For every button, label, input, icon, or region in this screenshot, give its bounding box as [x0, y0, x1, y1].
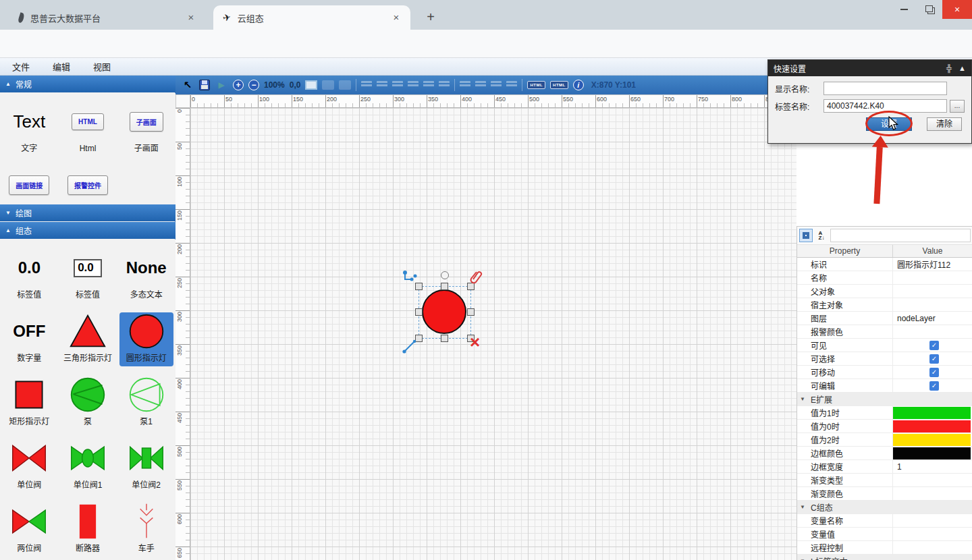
tab-close-icon[interactable]: × — [390, 11, 402, 24]
property-row-变量值[interactable]: 变量值 — [797, 528, 972, 541]
property-value[interactable]: 1 — [893, 460, 972, 473]
property-row-宿主对象[interactable]: 宿主对象 — [797, 298, 972, 312]
property-row-标识[interactable]: 标识圆形指示灯112 — [797, 258, 972, 271]
property-value[interactable]: 圆形指示灯112 — [893, 258, 972, 271]
value-column-header[interactable]: Value — [893, 245, 972, 257]
paste-icon[interactable] — [339, 80, 351, 90]
run-icon[interactable]: ▶ — [215, 78, 228, 92]
component-item-triangle-light[interactable]: 三角形指示灯 — [61, 312, 115, 366]
property-value[interactable]: ✓ — [893, 366, 972, 379]
checkbox-checked[interactable]: ✓ — [929, 341, 939, 350]
dialog-title-bar[interactable]: 快速设置 ╬ ▲ — [768, 60, 971, 76]
minimize-button[interactable] — [891, 0, 917, 19]
property-value[interactable] — [893, 447, 972, 459]
delete-icon[interactable] — [470, 335, 480, 349]
attach-paperclip-icon[interactable] — [469, 270, 484, 285]
component-item-pump[interactable]: 泵 — [61, 376, 115, 430]
component-item-Html[interactable]: HTMLHtml — [61, 103, 115, 157]
checkbox-checked[interactable]: ✓ — [929, 381, 939, 391]
design-canvas[interactable] — [190, 108, 796, 560]
align-top-icon[interactable] — [408, 81, 418, 89]
property-row-值为2时[interactable]: 值为2时 — [797, 433, 972, 447]
same-width-icon[interactable] — [475, 81, 486, 89]
align-bottom-icon[interactable] — [439, 81, 450, 89]
close-button[interactable]: × — [942, 0, 972, 19]
rotate-handle[interactable] — [441, 271, 449, 279]
copy-icon[interactable] — [322, 80, 334, 90]
property-row-渐变类型[interactable]: 渐变类型 — [797, 474, 972, 487]
section-scada[interactable]: ▲ 组态 — [0, 222, 176, 239]
property-value[interactable] — [893, 487, 972, 500]
browse-tags-button[interactable]: ... — [950, 100, 965, 113]
component-item-数字量[interactable]: OFF数字量 — [2, 312, 56, 366]
property-row-报警颜色[interactable]: 报警颜色 — [797, 325, 972, 339]
component-item-breaker[interactable]: 断路器 — [61, 503, 115, 557]
property-value[interactable] — [893, 271, 972, 284]
html-preview-icon[interactable]: HTML — [550, 81, 568, 89]
zoom-in-icon[interactable]: + — [233, 80, 244, 90]
component-item-valve[interactable]: 单位阀 — [2, 439, 56, 493]
component-item-rect-light[interactable]: 矩形指示灯 — [2, 376, 56, 430]
distribute-h-icon[interactable] — [460, 81, 470, 89]
property-row-可移动[interactable]: 可移动✓ — [797, 366, 972, 379]
section-drawing[interactable]: ▼ 绘图 — [0, 204, 176, 221]
property-row-可编辑[interactable]: 可编辑✓ — [797, 379, 972, 393]
component-item-two-valve[interactable]: 两位阀 — [2, 503, 56, 557]
property-value[interactable]: ✓ — [893, 352, 972, 365]
dock-icon[interactable]: ╬ — [946, 64, 952, 72]
canvas-settings-icon[interactable] — [305, 80, 317, 90]
component-item-pump1[interactable]: 泵1 — [119, 376, 173, 430]
menu-file[interactable]: 文件 — [12, 60, 30, 73]
component-item-valve1[interactable]: 单位阀1 — [61, 439, 115, 493]
info-icon[interactable]: i — [573, 80, 584, 90]
line-draw-handle[interactable] — [402, 339, 417, 354]
group-collapse-icon[interactable]: ▼ — [797, 501, 808, 513]
property-row-父对象[interactable]: 父对象 — [797, 285, 972, 298]
property-row-变量名称[interactable]: 变量名称 — [797, 514, 972, 528]
property-value[interactable] — [893, 501, 972, 513]
group-collapse-icon[interactable]: ▼ — [797, 393, 808, 405]
categorize-icon[interactable] — [799, 229, 813, 242]
property-row-C组态[interactable]: ▼C组态 — [797, 501, 972, 514]
group-collapse-icon[interactable]: ▼ — [797, 555, 808, 560]
property-filter-field[interactable] — [830, 229, 971, 242]
color-swatch[interactable] — [893, 434, 971, 446]
property-value[interactable] — [893, 285, 972, 298]
align-left-icon[interactable] — [361, 81, 372, 89]
menu-edit[interactable]: 编辑 — [53, 60, 70, 73]
component-item-画面链接[interactable]: 画面链接画面链接 — [2, 166, 56, 204]
clear-button[interactable]: 清除 — [927, 117, 962, 131]
property-row-可选择[interactable]: 可选择✓ — [797, 352, 972, 366]
property-row-L标签文本[interactable]: ▼L标签文本 — [797, 555, 972, 560]
property-row-远程控制[interactable]: 远程控制 — [797, 541, 972, 555]
property-value[interactable]: nodeLayer — [893, 312, 972, 325]
property-value[interactable] — [893, 393, 972, 405]
property-row-名称[interactable]: 名称 — [797, 271, 972, 285]
checkbox-checked[interactable]: ✓ — [929, 354, 939, 364]
menu-view[interactable]: 视图 — [93, 60, 111, 73]
select-cursor-icon[interactable]: ↖ — [181, 78, 194, 92]
circle-indicator-shape[interactable] — [422, 289, 466, 334]
component-item-circle-light[interactable]: 圆形指示灯 — [119, 312, 173, 366]
property-row-E扩展[interactable]: ▼E扩展 — [797, 393, 972, 406]
property-value[interactable] — [893, 420, 972, 432]
color-swatch[interactable] — [893, 407, 971, 419]
distribute-v-icon[interactable] — [506, 81, 517, 89]
html-export-icon[interactable]: HTML — [527, 81, 545, 89]
connector-icon[interactable] — [402, 270, 418, 286]
property-column-header[interactable]: Property — [797, 245, 893, 257]
collapse-icon[interactable]: ▲ — [959, 64, 966, 72]
property-value[interactable] — [893, 433, 972, 446]
save-icon[interactable] — [199, 80, 210, 90]
resize-handle-s[interactable] — [441, 335, 448, 342]
component-item-文字[interactable]: Text文字 — [2, 103, 56, 157]
align-middle-icon[interactable] — [423, 81, 434, 89]
property-value[interactable]: ✓ — [893, 339, 972, 352]
property-row-边框颜色[interactable]: 边框颜色 — [797, 447, 972, 460]
component-item-标签值[interactable]: 0.0标签值 — [61, 249, 115, 303]
restore-button[interactable] — [917, 0, 942, 19]
property-value[interactable] — [893, 514, 972, 527]
align-right-icon[interactable] — [392, 81, 403, 89]
property-value[interactable] — [893, 406, 972, 419]
tab-scada-editor[interactable]: 云组态 × — [213, 5, 410, 30]
